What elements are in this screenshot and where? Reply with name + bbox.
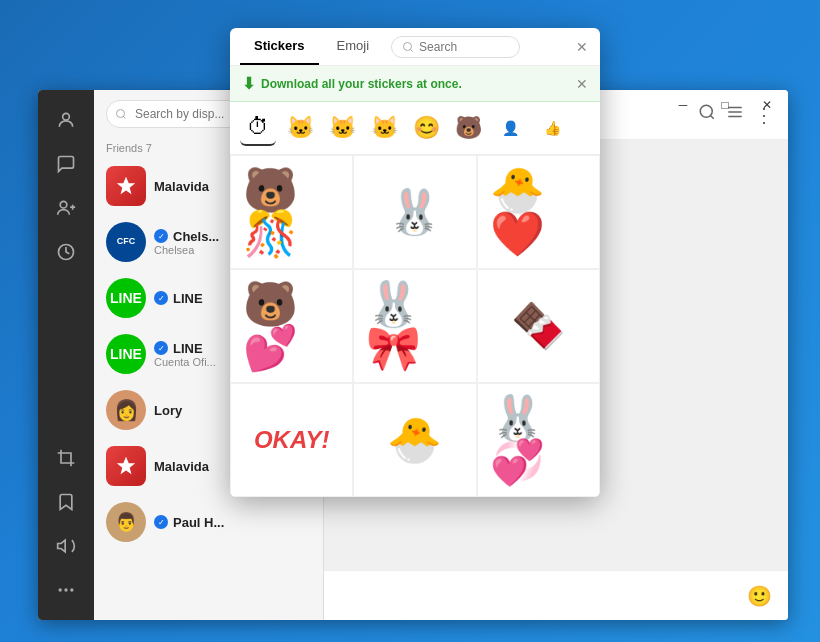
sticker-thumb-person[interactable]: 👤 — [492, 110, 528, 146]
avatar-line1: LINE — [106, 278, 146, 318]
sticker-bunny-hearts[interactable]: 🐰💞 — [477, 383, 600, 497]
svg-point-1 — [60, 201, 67, 208]
sticker-thumb-timer[interactable]: ⏱ — [240, 110, 276, 146]
sticker-thumb-cat1[interactable]: 🐱 — [282, 110, 318, 146]
sticker-popup-header: Stickers Emoji ✕ — [230, 28, 600, 66]
sidebar-icon-profile[interactable] — [48, 102, 84, 138]
tab-stickers[interactable]: Stickers — [240, 28, 319, 65]
svg-line-17 — [410, 49, 412, 51]
chat-name-line1: LINE — [173, 291, 203, 306]
sticker-popup: Stickers Emoji ✕ ⬇ Download all your sti… — [230, 28, 600, 497]
sidebar — [38, 90, 94, 620]
sticker-thumb-thumbsup[interactable]: 👍 — [534, 110, 570, 146]
verified-badge-paul: ✓ — [154, 515, 168, 529]
svg-point-0 — [63, 113, 70, 120]
verified-badge-line1: ✓ — [154, 291, 168, 305]
avatar-malavida2 — [106, 446, 146, 486]
svg-marker-9 — [117, 177, 135, 194]
avatar-lory: 👩 — [106, 390, 146, 430]
download-banner: ⬇ Download all your stickers at once. ✕ — [230, 66, 600, 102]
svg-point-16 — [404, 42, 412, 50]
svg-marker-10 — [117, 457, 135, 474]
chat-name-line2: LINE — [173, 341, 203, 356]
verified-badge-chelsea: ✓ — [154, 229, 168, 243]
sticker-grid: 🐻🎊 🐰 🐣❤️ 🐻💕 🐰🎀 🍫 OKAY! 🐣 🐰💞 — [230, 155, 600, 497]
sticker-popup-close[interactable]: ✕ — [572, 37, 592, 57]
sidebar-icon-crop[interactable] — [48, 440, 84, 476]
maximize-button[interactable]: □ — [704, 90, 746, 120]
avatar-chelsea: CFC — [106, 222, 146, 262]
chat-info-paul: ✓ Paul H... — [154, 515, 311, 530]
svg-point-6 — [59, 588, 62, 591]
chat-name-paul: Paul H... — [173, 515, 224, 530]
avatar-malavida — [106, 166, 146, 206]
sticker-chocolate[interactable]: 🍫 — [477, 269, 600, 383]
sidebar-icon-bookmark[interactable] — [48, 484, 84, 520]
sticker-thumb-smiley[interactable]: 😊 — [408, 110, 444, 146]
sticker-chick[interactable]: 🐣 — [353, 383, 476, 497]
sidebar-icon-timeline[interactable] — [48, 234, 84, 270]
sidebar-icon-add-friend[interactable] — [48, 190, 84, 226]
sticker-okay[interactable]: OKAY! — [230, 383, 353, 497]
svg-marker-5 — [58, 540, 65, 552]
window-controls: ─ □ ✕ — [662, 90, 788, 120]
download-icon: ⬇ — [242, 74, 255, 93]
chat-item-paul[interactable]: 👨 ✓ Paul H... — [94, 494, 323, 550]
sidebar-icon-more[interactable] — [48, 572, 84, 608]
avatar-paul: 👨 — [106, 502, 146, 542]
svg-point-7 — [64, 588, 67, 591]
chat-name-chelsea: Chels... — [173, 229, 219, 244]
verified-badge-line2: ✓ — [154, 341, 168, 355]
download-banner-close[interactable]: ✕ — [576, 76, 588, 92]
tab-emoji[interactable]: Emoji — [323, 28, 384, 65]
sticker-search-input[interactable] — [419, 40, 509, 54]
svg-point-8 — [70, 588, 73, 591]
sticker-bunny-pink[interactable]: 🐰🎀 — [353, 269, 476, 383]
sticker-thumb-cat2[interactable]: 🐱 — [324, 110, 360, 146]
chat-footer: 🙂 — [324, 570, 788, 620]
search-icon — [402, 41, 414, 53]
sticker-chick-hearts[interactable]: 🐣❤️ — [477, 155, 600, 269]
sticker-thumb-bear[interactable]: 🐻 — [450, 110, 486, 146]
smiley-button[interactable]: 🙂 — [744, 581, 774, 611]
sidebar-icon-chat[interactable] — [48, 146, 84, 182]
minimize-button[interactable]: ─ — [662, 90, 704, 120]
sticker-bear-celebration[interactable]: 🐻🎊 — [230, 155, 353, 269]
sticker-search-box — [391, 36, 520, 58]
sticker-icons-row: ⏱ 🐱 🐱 🐱 😊 🐻 👤 👍 — [230, 102, 600, 155]
sticker-bunny[interactable]: 🐰 — [353, 155, 476, 269]
sticker-bear-love[interactable]: 🐻💕 — [230, 269, 353, 383]
sticker-thumb-cat3[interactable]: 🐱 — [366, 110, 402, 146]
download-banner-text: ⬇ Download all your stickers at once. — [242, 74, 462, 93]
close-button[interactable]: ✕ — [746, 90, 788, 120]
sidebar-icon-volume[interactable] — [48, 528, 84, 564]
avatar-line2: LINE — [106, 334, 146, 374]
